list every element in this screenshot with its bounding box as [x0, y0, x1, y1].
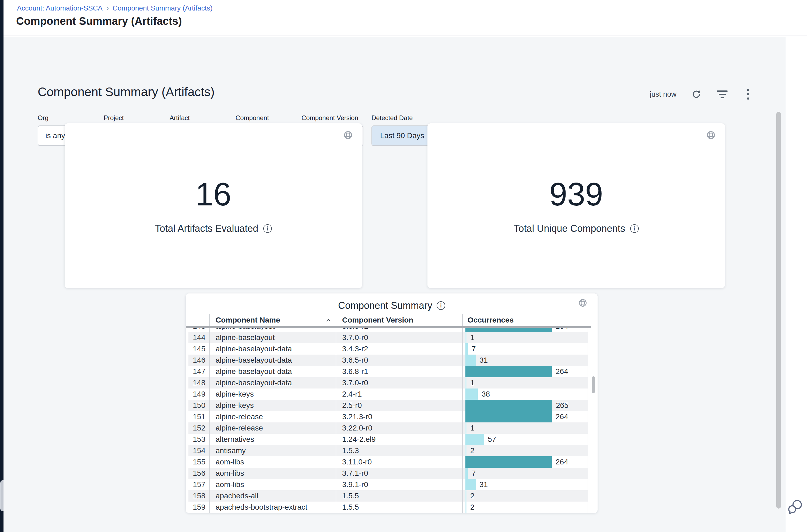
cell-component-name: alpine-keys [209, 388, 336, 400]
cell-component-name: aom-libs [209, 468, 336, 479]
cell-component-version: 3.11.0-r0 [336, 456, 462, 468]
table-row: 154antisamy1.5.32 [188, 445, 588, 456]
dashboard-more-menu-button[interactable] [742, 88, 754, 100]
table-row: 149alpine-keys2.4-r138 [188, 388, 588, 400]
cell-occurrences: 1 [462, 332, 588, 343]
cell-occurrences: 264 [462, 456, 588, 468]
table-row: 150alpine-keys2.5-r0265 [188, 400, 588, 411]
cell-component-name: alpine-baselayout-data [209, 355, 336, 366]
breadcrumb-page-link[interactable]: Component Summary (Artifacts) [113, 4, 212, 13]
filter-label: Artifact [170, 114, 225, 122]
filter-label: Project [104, 114, 159, 122]
page-scrollbar-thumb[interactable] [776, 112, 781, 509]
cell-row-number: 150 [188, 400, 209, 411]
cell-component-name: alternatives [209, 434, 336, 445]
cell-component-name: alpine-baselayout-data [209, 366, 336, 377]
occurrences-bar [465, 456, 552, 468]
info-icon[interactable]: i [263, 224, 272, 233]
occurrences-value: 1 [470, 332, 475, 343]
cell-component-name: alpine-baselayout-data [209, 343, 336, 355]
cell-occurrences: 2 [462, 490, 588, 501]
occurrences-value: 264 [556, 411, 568, 422]
occurrences-value: 38 [482, 388, 490, 400]
occurrences-value: 57 [488, 434, 496, 445]
cell-component-version: 1.24-2.el9 [336, 434, 462, 445]
table-row: 158apacheds-all1.5.52 [188, 490, 588, 501]
cell-component-version: 3.6.5-r0 [336, 355, 462, 366]
occurrences-bar [465, 445, 466, 456]
cell-row-number: 151 [188, 411, 209, 422]
cell-component-name: alpine-baselayout [209, 328, 336, 332]
cell-component-version: 3.9.1-r0 [336, 479, 462, 490]
filter-detected-date-value-button[interactable]: Last 90 Days [371, 126, 433, 146]
filter-label: Detected Date [371, 114, 433, 122]
occurrences-bar [465, 366, 552, 377]
dashboard-filters-toggle-button[interactable] [716, 88, 728, 100]
info-icon[interactable]: i [437, 301, 445, 310]
dashboard-controls: just now [650, 88, 754, 100]
table-row: 156aom-libs3.7.1-r07 [188, 468, 588, 479]
table-row: 145alpine-baselayout-data3.4.3-r27 [188, 343, 588, 355]
cell-component-version: 3.4.3-r2 [336, 343, 462, 355]
occurrences-value: 265 [556, 400, 569, 411]
cell-component-version: 3.7.0-r0 [336, 332, 462, 343]
table-row: 153alternatives1.24-2.el957 [188, 434, 588, 445]
cell-component-version: 2.5-r0 [336, 400, 462, 411]
cell-row-number: 158 [188, 490, 209, 501]
info-icon[interactable]: i [630, 224, 639, 233]
column-header-component-name[interactable]: Component Name [209, 314, 336, 326]
table-title: Component Summary [338, 300, 432, 311]
table-body: 143alpine-baselayout3.6.5-r1264144alpine… [188, 328, 588, 513]
cell-row-number: 148 [188, 377, 209, 388]
cell-component-name: apacheds-all [209, 490, 336, 501]
sort-asc-icon [326, 319, 331, 322]
column-header-row-number [188, 314, 209, 326]
occurrences-value: 31 [479, 479, 488, 490]
column-header-component-version[interactable]: Component Version [336, 314, 462, 326]
support-chat-button[interactable] [787, 499, 803, 515]
occurrences-bar [465, 328, 552, 332]
cell-component-version: 3.7.0-r0 [336, 377, 462, 388]
table-row: 146alpine-baselayout-data3.6.5-r031 [188, 355, 588, 366]
table-header-row: Component Name Component Version Occurre… [188, 314, 588, 326]
cell-row-number: 149 [188, 388, 209, 400]
table-row: 152alpine-release3.22.0-r01 [188, 422, 588, 434]
cell-row-number: 146 [188, 355, 209, 366]
cell-component-name: antisamy [209, 445, 336, 456]
tile-total-unique-components: 939 Total Unique Components i [427, 123, 725, 288]
occurrences-bar [465, 377, 466, 388]
occurrences-value: 7 [472, 468, 476, 479]
collapsed-sidebar-rail [0, 0, 3, 532]
occurrences-value: 264 [556, 328, 568, 332]
cell-component-name: alpine-release [209, 411, 336, 422]
right-gutter [786, 37, 807, 532]
filter-label: Component [235, 114, 291, 122]
globe-icon[interactable] [343, 130, 353, 140]
table-scrollbar-thumb[interactable] [592, 376, 595, 393]
occurrences-bar [465, 490, 466, 501]
table-row: 144alpine-baselayout3.7.0-r01 [188, 332, 588, 343]
globe-icon[interactable] [578, 298, 587, 307]
refresh-button[interactable] [690, 88, 702, 100]
occurrences-bar [465, 332, 466, 343]
globe-icon[interactable] [706, 130, 716, 140]
cell-row-number: 153 [188, 434, 209, 445]
table-row: 147alpine-baselayout-data3.6.8-r1264 [188, 366, 588, 377]
cell-component-version: 1.5.5 [336, 490, 462, 501]
occurrences-value: 1 [470, 422, 475, 434]
chat-bubbles-icon [787, 499, 803, 515]
column-header-occurrences[interactable]: Occurrences [462, 314, 588, 326]
cell-occurrences: 1 [462, 422, 588, 434]
cell-component-version: 3.6.8-r1 [336, 366, 462, 377]
cell-occurrences: 2 [462, 501, 588, 513]
breadcrumb: Account: Automation-SSCA › Component Sum… [17, 4, 213, 13]
cell-component-version: 3.22.0-r0 [336, 422, 462, 434]
cell-occurrences: 264 [462, 411, 588, 422]
cell-component-version: 1.5.5 [336, 501, 462, 513]
cell-row-number: 145 [188, 343, 209, 355]
refresh-icon [691, 89, 702, 99]
breadcrumb-account-link[interactable]: Account: Automation-SSCA [17, 4, 102, 13]
cell-row-number: 159 [188, 501, 209, 513]
filter-detected-date: Detected Date Last 90 Days [371, 114, 433, 146]
table-row: 155aom-libs3.11.0-r0264 [188, 456, 588, 468]
